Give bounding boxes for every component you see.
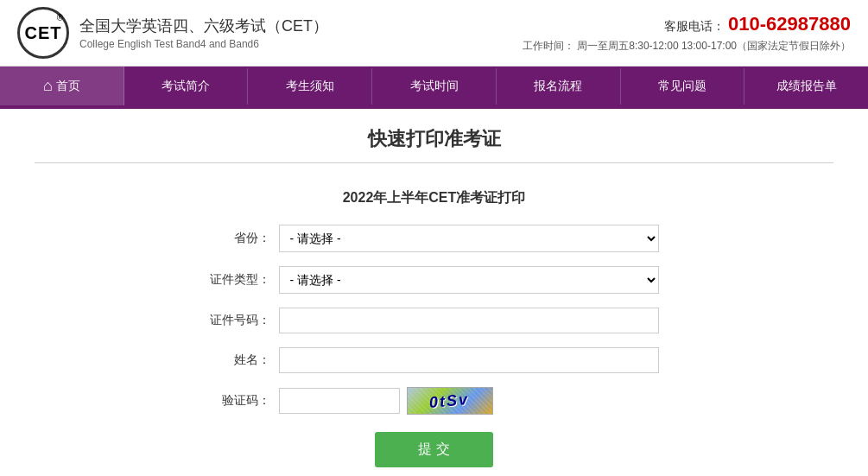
- cert-no-row: 证件号码：: [210, 308, 659, 333]
- captcha-label: 验证码：: [210, 393, 279, 409]
- province-label: 省份：: [210, 231, 279, 246]
- cert-no-input-wrapper: [279, 308, 659, 333]
- captcha-input[interactable]: [279, 388, 400, 414]
- main-title: 全国大学英语四、六级考试（CET）: [79, 16, 328, 36]
- captcha-area: 0tSv: [279, 387, 493, 415]
- province-input-wrapper: - 请选择 -: [279, 225, 659, 252]
- cert-no-input[interactable]: [279, 308, 659, 333]
- name-row: 姓名：: [210, 347, 659, 373]
- home-icon: ⌂: [43, 77, 53, 95]
- cert-no-label: 证件号码：: [210, 313, 279, 328]
- site-title: 全国大学英语四、六级考试（CET） College English Test B…: [79, 16, 328, 50]
- contact-area: 客服电话： 010-62987880 工作时间： 周一至周五8:30-12:00…: [523, 13, 851, 54]
- nav-home-label: 首页: [56, 79, 80, 94]
- captcha-text: 0tSv: [429, 390, 471, 412]
- nav-item-faq[interactable]: 常见问题: [621, 68, 745, 105]
- submit-row: 提 交: [210, 432, 659, 467]
- nav-item-register[interactable]: 报名流程: [497, 68, 621, 105]
- main-content: 快速打印准考证 2022年上半年CET准考证打印 省份： - 请选择 - 证件类…: [0, 109, 868, 476]
- captcha-image[interactable]: 0tSv: [407, 387, 493, 415]
- submit-button[interactable]: 提 交: [375, 432, 492, 467]
- cert-type-select[interactable]: - 请选择 -: [279, 266, 659, 294]
- form-container: 2022年上半年CET准考证打印 省份： - 请选择 - 证件类型： - 请选择…: [210, 189, 659, 476]
- name-input[interactable]: [279, 347, 659, 373]
- nav-register-label: 报名流程: [534, 79, 582, 94]
- nav-faq-label: 常见问题: [658, 79, 706, 94]
- work-time: 工作时间： 周一至周五8:30-12:00 13:00-17:00（国家法定节假…: [523, 39, 851, 54]
- cert-type-row: 证件类型： - 请选择 -: [210, 266, 659, 294]
- page-title: 快速打印准考证: [35, 126, 833, 163]
- nav-time-label: 考试时间: [410, 79, 459, 94]
- nav-item-intro[interactable]: 考试简介: [124, 68, 249, 105]
- logo-area: CET ® 全国大学英语四、六级考试（CET） College English …: [17, 7, 328, 59]
- cert-type-label: 证件类型：: [210, 272, 279, 288]
- cert-type-input-wrapper: - 请选择 -: [279, 266, 659, 294]
- nav-score-label: 成绩报告单: [776, 79, 837, 94]
- name-input-wrapper: [279, 347, 659, 373]
- nav-item-notice[interactable]: 考生须知: [248, 68, 372, 105]
- name-label: 姓名：: [210, 352, 279, 368]
- nav-item-time[interactable]: 考试时间: [372, 68, 497, 105]
- contact-number: 010-62987880: [728, 13, 851, 35]
- nav-item-score[interactable]: 成绩报告单: [744, 68, 868, 105]
- logo: CET ®: [17, 7, 69, 59]
- nav: ⌂ 首页 考试简介 考生须知 考试时间 报名流程 常见问题 成绩报告单: [0, 67, 868, 105]
- header: CET ® 全国大学英语四、六级考试（CET） College English …: [0, 0, 868, 67]
- contact-phone: 客服电话： 010-62987880: [523, 13, 851, 35]
- captcha-row: 验证码： 0tSv: [210, 387, 659, 415]
- reg-mark: ®: [57, 13, 63, 22]
- nav-notice-label: 考生须知: [286, 79, 334, 94]
- province-row: 省份： - 请选择 -: [210, 225, 659, 252]
- form-subtitle: 2022年上半年CET准考证打印: [210, 189, 659, 207]
- province-select[interactable]: - 请选择 -: [279, 225, 659, 252]
- nav-intro-label: 考试简介: [162, 79, 210, 94]
- contact-label: 客服电话：: [664, 19, 725, 33]
- logo-text: CET: [25, 23, 62, 43]
- nav-item-home[interactable]: ⌂ 首页: [0, 67, 124, 105]
- sub-title: College English Test Band4 and Band6: [79, 38, 328, 50]
